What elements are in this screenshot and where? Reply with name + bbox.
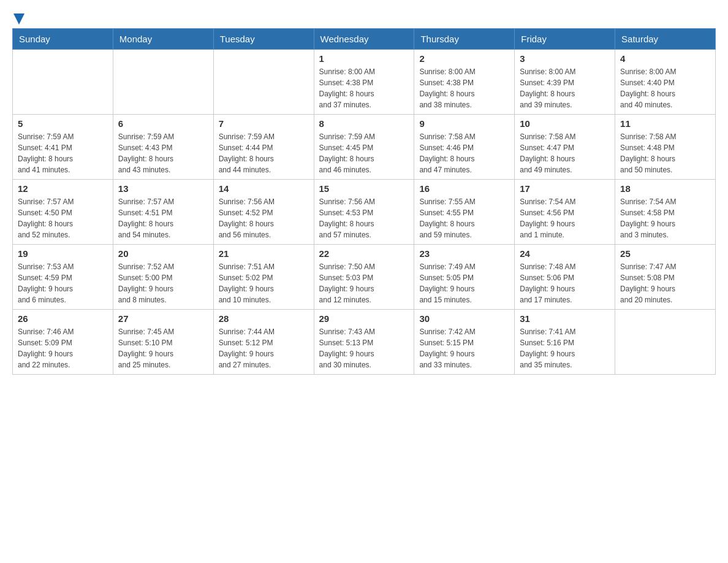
day-number: 11	[620, 118, 710, 129]
svg-marker-0	[13, 13, 25, 25]
day-info: Sunrise: 7:42 AM Sunset: 5:15 PM Dayligh…	[419, 326, 509, 370]
day-info: Sunrise: 8:00 AM Sunset: 4:38 PM Dayligh…	[419, 66, 509, 110]
day-number: 1	[319, 53, 409, 64]
calendar-cell: 31Sunrise: 7:41 AM Sunset: 5:16 PM Dayli…	[515, 310, 615, 375]
day-info: Sunrise: 7:49 AM Sunset: 5:05 PM Dayligh…	[419, 261, 509, 305]
day-info: Sunrise: 7:57 AM Sunset: 4:50 PM Dayligh…	[18, 196, 108, 240]
day-number: 4	[620, 53, 710, 64]
day-info: Sunrise: 8:00 AM Sunset: 4:38 PM Dayligh…	[319, 66, 409, 110]
day-info: Sunrise: 7:54 AM Sunset: 4:56 PM Dayligh…	[520, 196, 610, 240]
day-info: Sunrise: 7:58 AM Sunset: 4:47 PM Dayligh…	[520, 131, 610, 175]
day-number: 21	[219, 248, 309, 259]
day-number: 27	[118, 313, 208, 324]
calendar-week-row: 19Sunrise: 7:53 AM Sunset: 4:59 PM Dayli…	[13, 245, 716, 310]
day-info: Sunrise: 7:59 AM Sunset: 4:45 PM Dayligh…	[319, 131, 409, 175]
day-info: Sunrise: 7:54 AM Sunset: 4:58 PM Dayligh…	[620, 196, 710, 240]
calendar-cell: 30Sunrise: 7:42 AM Sunset: 5:15 PM Dayli…	[414, 310, 515, 375]
day-number: 16	[419, 183, 509, 194]
calendar-week-row: 26Sunrise: 7:46 AM Sunset: 5:09 PM Dayli…	[13, 310, 716, 375]
calendar-header-row: SundayMondayTuesdayWednesdayThursdayFrid…	[13, 29, 716, 50]
calendar-cell: 3Sunrise: 8:00 AM Sunset: 4:39 PM Daylig…	[515, 50, 615, 115]
day-info: Sunrise: 7:56 AM Sunset: 4:53 PM Dayligh…	[319, 196, 409, 240]
day-info: Sunrise: 7:47 AM Sunset: 5:08 PM Dayligh…	[620, 261, 710, 305]
calendar-cell: 18Sunrise: 7:54 AM Sunset: 4:58 PM Dayli…	[615, 180, 716, 245]
day-of-week-header: Tuesday	[213, 29, 314, 50]
calendar-cell	[13, 50, 113, 115]
calendar-cell: 13Sunrise: 7:57 AM Sunset: 4:51 PM Dayli…	[113, 180, 213, 245]
day-info: Sunrise: 7:41 AM Sunset: 5:16 PM Dayligh…	[520, 326, 610, 370]
day-of-week-header: Friday	[515, 29, 615, 50]
logo-triangle-icon	[13, 13, 25, 25]
day-info: Sunrise: 7:52 AM Sunset: 5:00 PM Dayligh…	[118, 261, 208, 305]
day-number: 8	[319, 118, 409, 129]
calendar-cell: 19Sunrise: 7:53 AM Sunset: 4:59 PM Dayli…	[13, 245, 113, 310]
page-header	[12, 12, 716, 22]
calendar-cell	[615, 310, 716, 375]
calendar-cell: 6Sunrise: 7:59 AM Sunset: 4:43 PM Daylig…	[113, 115, 213, 180]
day-info: Sunrise: 7:58 AM Sunset: 4:48 PM Dayligh…	[620, 131, 710, 175]
day-info: Sunrise: 7:50 AM Sunset: 5:03 PM Dayligh…	[319, 261, 409, 305]
calendar-cell: 11Sunrise: 7:58 AM Sunset: 4:48 PM Dayli…	[615, 115, 716, 180]
day-number: 13	[118, 183, 208, 194]
day-info: Sunrise: 8:00 AM Sunset: 4:40 PM Dayligh…	[620, 66, 710, 110]
day-info: Sunrise: 8:00 AM Sunset: 4:39 PM Dayligh…	[520, 66, 610, 110]
calendar-cell: 9Sunrise: 7:58 AM Sunset: 4:46 PM Daylig…	[414, 115, 515, 180]
calendar-cell: 16Sunrise: 7:55 AM Sunset: 4:55 PM Dayli…	[414, 180, 515, 245]
calendar-week-row: 1Sunrise: 8:00 AM Sunset: 4:38 PM Daylig…	[13, 50, 716, 115]
logo	[12, 12, 25, 22]
day-number: 3	[520, 53, 610, 64]
day-info: Sunrise: 7:44 AM Sunset: 5:12 PM Dayligh…	[219, 326, 309, 370]
day-number: 20	[118, 248, 208, 259]
day-info: Sunrise: 7:55 AM Sunset: 4:55 PM Dayligh…	[419, 196, 509, 240]
day-number: 26	[18, 313, 108, 324]
calendar-cell: 4Sunrise: 8:00 AM Sunset: 4:40 PM Daylig…	[615, 50, 716, 115]
day-number: 22	[319, 248, 409, 259]
calendar-week-row: 12Sunrise: 7:57 AM Sunset: 4:50 PM Dayli…	[13, 180, 716, 245]
day-number: 2	[419, 53, 509, 64]
day-info: Sunrise: 7:56 AM Sunset: 4:52 PM Dayligh…	[219, 196, 309, 240]
day-number: 14	[219, 183, 309, 194]
day-number: 10	[520, 118, 610, 129]
calendar-cell: 8Sunrise: 7:59 AM Sunset: 4:45 PM Daylig…	[314, 115, 414, 180]
calendar-cell: 22Sunrise: 7:50 AM Sunset: 5:03 PM Dayli…	[314, 245, 414, 310]
day-number: 7	[219, 118, 309, 129]
day-number: 25	[620, 248, 710, 259]
day-info: Sunrise: 7:58 AM Sunset: 4:46 PM Dayligh…	[419, 131, 509, 175]
day-info: Sunrise: 7:57 AM Sunset: 4:51 PM Dayligh…	[118, 196, 208, 240]
calendar-cell: 1Sunrise: 8:00 AM Sunset: 4:38 PM Daylig…	[314, 50, 414, 115]
calendar-cell: 29Sunrise: 7:43 AM Sunset: 5:13 PM Dayli…	[314, 310, 414, 375]
calendar-cell: 15Sunrise: 7:56 AM Sunset: 4:53 PM Dayli…	[314, 180, 414, 245]
day-number: 23	[419, 248, 509, 259]
day-number: 5	[18, 118, 108, 129]
day-number: 19	[18, 248, 108, 259]
day-info: Sunrise: 7:59 AM Sunset: 4:41 PM Dayligh…	[18, 131, 108, 175]
day-number: 15	[319, 183, 409, 194]
calendar-cell: 28Sunrise: 7:44 AM Sunset: 5:12 PM Dayli…	[213, 310, 314, 375]
day-info: Sunrise: 7:46 AM Sunset: 5:09 PM Dayligh…	[18, 326, 108, 370]
calendar-cell: 5Sunrise: 7:59 AM Sunset: 4:41 PM Daylig…	[13, 115, 113, 180]
calendar-cell: 20Sunrise: 7:52 AM Sunset: 5:00 PM Dayli…	[113, 245, 213, 310]
day-number: 30	[419, 313, 509, 324]
day-of-week-header: Wednesday	[314, 29, 414, 50]
calendar-table: SundayMondayTuesdayWednesdayThursdayFrid…	[12, 28, 716, 375]
calendar-cell: 17Sunrise: 7:54 AM Sunset: 4:56 PM Dayli…	[515, 180, 615, 245]
day-of-week-header: Thursday	[414, 29, 515, 50]
day-info: Sunrise: 7:59 AM Sunset: 4:43 PM Dayligh…	[118, 131, 208, 175]
calendar-cell: 14Sunrise: 7:56 AM Sunset: 4:52 PM Dayli…	[213, 180, 314, 245]
calendar-cell: 25Sunrise: 7:47 AM Sunset: 5:08 PM Dayli…	[615, 245, 716, 310]
calendar-cell: 23Sunrise: 7:49 AM Sunset: 5:05 PM Dayli…	[414, 245, 515, 310]
day-info: Sunrise: 7:45 AM Sunset: 5:10 PM Dayligh…	[118, 326, 208, 370]
day-info: Sunrise: 7:48 AM Sunset: 5:06 PM Dayligh…	[520, 261, 610, 305]
day-of-week-header: Sunday	[13, 29, 113, 50]
day-number: 17	[520, 183, 610, 194]
calendar-cell: 7Sunrise: 7:59 AM Sunset: 4:44 PM Daylig…	[213, 115, 314, 180]
day-number: 6	[118, 118, 208, 129]
calendar-cell: 12Sunrise: 7:57 AM Sunset: 4:50 PM Dayli…	[13, 180, 113, 245]
calendar-cell: 10Sunrise: 7:58 AM Sunset: 4:47 PM Dayli…	[515, 115, 615, 180]
calendar-cell: 2Sunrise: 8:00 AM Sunset: 4:38 PM Daylig…	[414, 50, 515, 115]
calendar-cell: 26Sunrise: 7:46 AM Sunset: 5:09 PM Dayli…	[13, 310, 113, 375]
day-number: 18	[620, 183, 710, 194]
day-info: Sunrise: 7:51 AM Sunset: 5:02 PM Dayligh…	[219, 261, 309, 305]
calendar-week-row: 5Sunrise: 7:59 AM Sunset: 4:41 PM Daylig…	[13, 115, 716, 180]
calendar-cell: 24Sunrise: 7:48 AM Sunset: 5:06 PM Dayli…	[515, 245, 615, 310]
